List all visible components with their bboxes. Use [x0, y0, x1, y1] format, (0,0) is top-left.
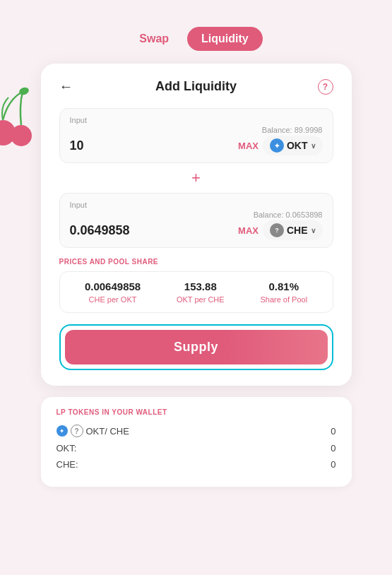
lp-pair-value: 0	[331, 426, 335, 437]
input2-controls: MAX ? CHE ∨	[238, 220, 322, 240]
prices-label: PRICES AND POOL SHARE	[59, 258, 333, 266]
svg-point-2	[18, 86, 30, 96]
card-title: Add Liquidity	[155, 79, 237, 94]
input1-token-label: OKT	[287, 140, 308, 151]
back-button[interactable]: ←	[59, 78, 73, 95]
price-item-2: 0.81% Share of Pool	[260, 280, 307, 304]
price-value-0: 0.00649858	[85, 280, 141, 292]
lp-che-value: 0	[331, 459, 335, 470]
lp-che-row: CHE: 0	[57, 459, 336, 470]
help-button[interactable]: ?	[318, 79, 333, 95]
supply-button[interactable]: Supply	[65, 330, 328, 364]
input1-chevron-icon: ∨	[311, 142, 316, 150]
svg-point-1	[11, 125, 32, 146]
tab-liquidity[interactable]: Liquidity	[187, 27, 263, 51]
input2-token-label: CHE	[287, 225, 308, 236]
plus-divider: +	[59, 169, 333, 187]
input-box-1: Input Balance: 89.9998 10 MAX ✦ OKT ∨	[59, 108, 333, 163]
che-icon: ?	[270, 223, 284, 237]
input2-label: Input	[70, 201, 323, 209]
lp-title: LP TOKENS IN YOUR WALLET	[57, 408, 336, 416]
cherry-decoration	[0, 85, 37, 148]
main-card: ← Add Liquidity ? Input Balance: 89.9998…	[41, 64, 352, 386]
input1-max-button[interactable]: MAX	[238, 141, 259, 151]
tab-swap[interactable]: Swap	[129, 28, 179, 49]
input2-value: 0.0649858	[70, 223, 130, 238]
lp-che-label: CHE:	[57, 459, 78, 470]
lp-okt-label: OKT:	[57, 443, 77, 454]
price-item-0: 0.00649858 CHE per OKT	[85, 280, 141, 304]
input2-max-button[interactable]: MAX	[238, 225, 259, 236]
lp-pair-icons: ✦ ? OKT/ CHE	[57, 425, 129, 437]
lp-okt-value: 0	[331, 443, 335, 454]
input1-row: 10 MAX ✦ OKT ∨	[70, 136, 323, 155]
okt-icon: ✦	[270, 138, 284, 153]
input1-value: 10	[70, 138, 84, 153]
price-desc-0: CHE per OKT	[89, 295, 137, 304]
input2-chevron-icon: ∨	[311, 227, 316, 235]
lp-okt-row: OKT: 0	[57, 443, 336, 454]
price-value-2: 0.81%	[268, 280, 299, 292]
input1-label: Input	[70, 116, 323, 124]
input1-token-selector[interactable]: ✦ OKT ∨	[263, 136, 323, 155]
input1-controls: MAX ✦ OKT ∨	[238, 136, 322, 155]
card-header: ← Add Liquidity ?	[59, 79, 333, 94]
input-box-2: Input Balance: 0.0653898 0.0649858 MAX ?…	[59, 193, 333, 248]
input2-balance: Balance: 0.0653898	[70, 211, 323, 219]
price-item-1: 153.88 OKT per CHE	[177, 280, 225, 304]
prices-box: 0.00649858 CHE per OKT 153.88 OKT per CH…	[59, 271, 333, 313]
price-value-1: 153.88	[184, 280, 217, 292]
lp-pair-row: ✦ ? OKT/ CHE 0	[57, 425, 336, 437]
price-desc-2: Share of Pool	[260, 295, 307, 304]
input1-balance: Balance: 89.9998	[70, 126, 323, 134]
supply-wrapper: Supply	[59, 324, 333, 370]
price-desc-1: OKT per CHE	[177, 295, 225, 304]
lp-che-icon: ?	[71, 425, 83, 437]
lp-pair-label: OKT/ CHE	[86, 426, 129, 437]
prices-section: PRICES AND POOL SHARE 0.00649858 CHE per…	[59, 258, 333, 313]
lp-okt-icon: ✦	[57, 425, 68, 437]
input2-row: 0.0649858 MAX ? CHE ∨	[70, 220, 323, 240]
input2-token-selector[interactable]: ? CHE ∨	[263, 220, 323, 240]
lp-card: LP TOKENS IN YOUR WALLET ✦ ? OKT/ CHE 0 …	[41, 397, 352, 487]
top-navigation: Swap Liquidity	[129, 27, 262, 51]
